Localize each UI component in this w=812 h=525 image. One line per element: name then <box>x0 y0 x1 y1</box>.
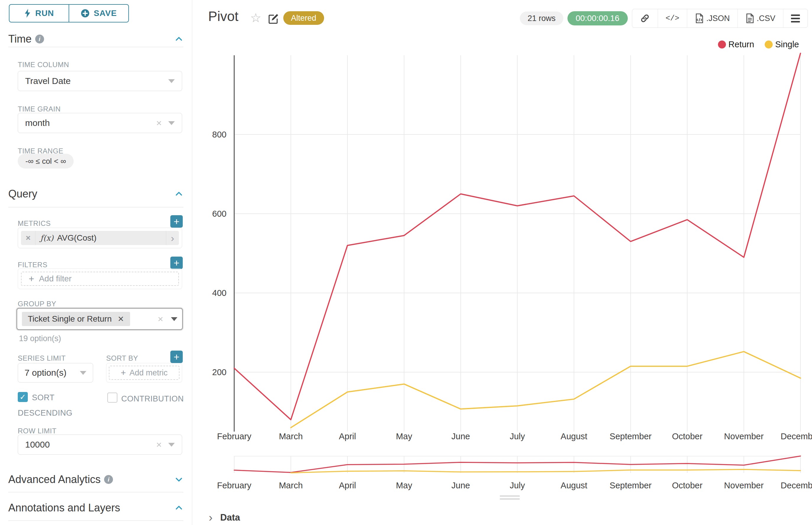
query-section-title: Query <box>8 188 37 200</box>
metric-pill[interactable]: × ƒ(x) AVG(Cost) › <box>21 231 179 245</box>
options-hint: 19 option(s) <box>19 334 61 343</box>
svg-text:October: October <box>672 432 702 441</box>
expand-metric-icon[interactable]: › <box>166 231 179 245</box>
code-icon: </> <box>666 14 680 23</box>
remove-metric-icon[interactable]: × <box>21 231 35 245</box>
svg-text:June: June <box>452 432 470 441</box>
svg-text:August: August <box>561 481 587 490</box>
group-by-tag[interactable]: Ticket Single or Return ✕ <box>22 312 130 326</box>
contribution-checkbox[interactable] <box>107 393 117 403</box>
svg-text:200: 200 <box>212 368 226 377</box>
time-grain-select[interactable]: month × <box>18 113 182 133</box>
chevron-down-icon[interactable] <box>175 475 183 484</box>
svg-text:June: June <box>452 481 470 490</box>
time-range-value: -∞ ≤ col < ∞ <box>26 157 66 166</box>
favorite-star-icon[interactable]: ☆ <box>250 11 261 25</box>
query-timer-label: 00:00:00.16 <box>576 14 620 23</box>
add-sort-metric-plus-button[interactable]: + <box>170 350 183 363</box>
clear-icon[interactable]: × <box>158 314 163 325</box>
plus-icon: + <box>121 368 126 378</box>
link-icon <box>640 13 650 24</box>
sort-by-label: SORT BY <box>106 354 138 362</box>
svg-text:February: February <box>217 481 252 490</box>
row-count-badge: 21 rows <box>520 12 563 25</box>
svg-text:April: April <box>339 481 356 490</box>
series-limit-value: 7 option(s) <box>25 368 67 378</box>
sort-descending-checkbox[interactable]: ✓ <box>18 392 28 402</box>
row-limit-value: 10000 <box>25 439 50 450</box>
advanced-analytics-title: Advanced Analytics <box>8 473 101 486</box>
chevron-up-icon[interactable] <box>175 504 183 512</box>
add-metric-plus-button[interactable]: + <box>170 215 183 228</box>
add-filter-label: Add filter <box>39 274 72 284</box>
time-range-pill[interactable]: -∞ ≤ col < ∞ <box>18 154 74 168</box>
svg-text:February: February <box>217 432 252 441</box>
add-filter-button[interactable]: + Add filter <box>21 272 179 286</box>
annotations-title: Annotations and Layers <box>8 501 120 514</box>
time-section-header: Time i <box>8 31 183 47</box>
control-panel: RUN SAVE Time i TIME COLUMN Travel Date … <box>0 0 192 525</box>
metrics-label: METRICS <box>18 219 51 228</box>
svg-text:800: 800 <box>212 130 226 139</box>
chevron-up-icon[interactable] <box>175 34 183 43</box>
row-limit-label: ROW LIMIT <box>18 427 57 435</box>
chart-toolbar: 21 rows 00:00:00.16 </> .JSON .CSV <box>520 9 808 28</box>
csv-label: .CSV <box>757 14 775 23</box>
svg-text:May: May <box>396 481 412 490</box>
altered-badge[interactable]: Altered <box>283 11 324 25</box>
resize-drag-handle[interactable] <box>500 495 520 499</box>
annotations-header[interactable]: Annotations and Layers <box>8 500 183 515</box>
line-chart[interactable]: FebruaryMarchAprilMayJuneJulyAugustSepte… <box>192 27 812 454</box>
data-panel-toggle[interactable]: › Data <box>209 512 240 523</box>
file-csv-icon <box>745 13 754 24</box>
svg-text:May: May <box>396 432 412 441</box>
export-csv-button[interactable]: .CSV <box>737 9 783 28</box>
embed-code-button[interactable]: </> <box>658 9 687 28</box>
run-label: RUN <box>35 9 54 18</box>
time-column-select[interactable]: Travel Date <box>18 71 182 91</box>
group-by-value: Ticket Single or Return <box>28 314 112 324</box>
add-filter-plus-button[interactable]: + <box>170 257 183 269</box>
chevron-up-icon[interactable] <box>175 190 183 198</box>
clear-icon[interactable]: × <box>156 118 162 129</box>
save-button[interactable]: SAVE <box>69 5 128 22</box>
edit-icon[interactable] <box>268 13 279 26</box>
series-limit-select[interactable]: 7 option(s) <box>18 363 93 382</box>
group-by-select[interactable]: Ticket Single or Return ✕ × <box>17 308 183 330</box>
advanced-analytics-header[interactable]: Advanced Analytics i <box>8 472 183 487</box>
svg-text:September: September <box>610 432 652 441</box>
chevron-down-icon <box>171 317 177 321</box>
info-icon[interactable]: i <box>35 34 44 43</box>
svg-text:600: 600 <box>212 209 226 219</box>
sort-by-container: + Add metric <box>106 363 182 382</box>
row-limit-select[interactable]: 10000 × <box>18 435 182 455</box>
lightning-icon <box>24 9 31 18</box>
add-metric-button[interactable]: + Add metric <box>109 366 179 380</box>
series-limit-label: SERIES LIMIT <box>18 354 65 362</box>
contribution-label: CONTRIBUTION <box>121 394 184 404</box>
group-by-label: GROUP BY <box>18 300 56 308</box>
clear-icon[interactable]: × <box>156 439 162 450</box>
query-section-header: Query <box>8 186 183 201</box>
hamburger-menu-icon <box>791 14 800 22</box>
menu-button[interactable] <box>783 9 808 28</box>
info-icon[interactable]: i <box>104 475 113 484</box>
divider <box>8 207 183 208</box>
svg-text:400: 400 <box>212 288 226 298</box>
svg-text:July: July <box>510 432 525 441</box>
chevron-right-icon: › <box>209 512 212 523</box>
svg-text:November: November <box>724 481 764 490</box>
time-grain-label: TIME GRAIN <box>18 105 61 113</box>
minimap-chart[interactable]: FebruaryMarchAprilMayJuneJulyAugustSepte… <box>192 454 812 495</box>
add-metric-label: Add metric <box>130 368 168 377</box>
sort-descending-label-1: SORT <box>32 393 55 402</box>
remove-tag-icon[interactable]: ✕ <box>118 315 124 324</box>
chevron-down-icon <box>168 443 175 447</box>
query-timer-badge: 00:00:00.16 <box>567 11 628 26</box>
row-count-label: 21 rows <box>528 14 556 23</box>
export-json-button[interactable]: .JSON <box>687 9 737 28</box>
chevron-down-icon <box>168 79 175 83</box>
copy-link-button[interactable] <box>632 9 658 28</box>
chart-title: Pivot <box>208 8 238 24</box>
run-button[interactable]: RUN <box>10 5 69 22</box>
